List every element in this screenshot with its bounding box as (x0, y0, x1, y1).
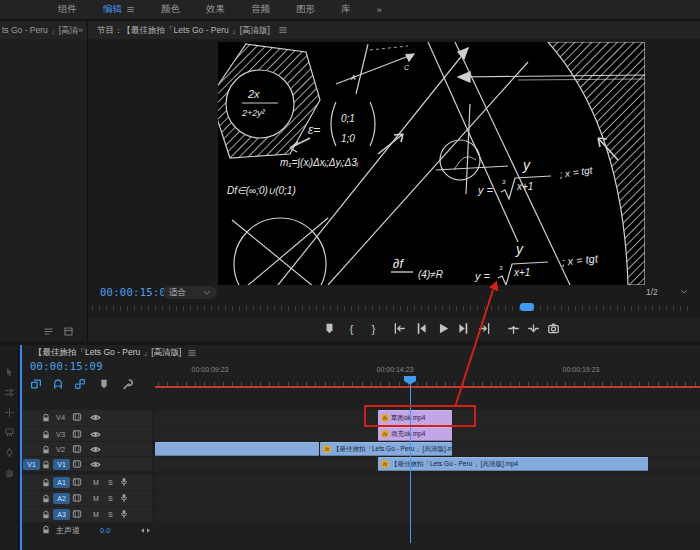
formula-df: Df∈(∞;0)∪(0;1) (227, 185, 296, 196)
timeline-settings-icon[interactable] (122, 378, 134, 390)
menubar-overflow[interactable]: » (377, 4, 382, 15)
scrubber-tick (547, 306, 548, 311)
mark-in-icon[interactable]: { (345, 322, 358, 335)
program-scrubber[interactable] (90, 302, 696, 315)
hand-tool-icon[interactable] (4, 467, 15, 478)
go-to-in-icon[interactable] (393, 322, 406, 335)
razor-tool-icon[interactable] (4, 427, 15, 438)
mic-icon[interactable] (119, 477, 129, 487)
mark-out-icon[interactable]: } (367, 322, 380, 335)
mute-button-A3[interactable]: M (93, 511, 99, 518)
sync-lock-icon[interactable] (72, 459, 82, 469)
menu-item-音频[interactable]: 音频 (251, 3, 270, 16)
clip-填充ok.mp4[interactable]: fx填充ok.mp4 (378, 427, 452, 441)
selection-tool-icon[interactable] (4, 367, 15, 378)
eye-icon[interactable] (90, 429, 101, 440)
solo-button-A1[interactable]: S (108, 479, 113, 486)
sync-lock-icon[interactable] (72, 493, 82, 503)
add-marker-icon[interactable] (323, 322, 336, 335)
step-forward-icon[interactable] (457, 322, 470, 335)
lock-icon[interactable] (41, 510, 51, 520)
play-icon[interactable] (437, 322, 450, 335)
menu-item-效果[interactable]: 效果 (206, 3, 225, 16)
track-target-A1[interactable]: A1 (53, 477, 70, 488)
mute-button-A1[interactable]: M (93, 479, 99, 486)
new-item-icon[interactable] (63, 326, 74, 337)
panel-menu-icon[interactable] (187, 348, 197, 358)
step-back-icon[interactable] (415, 322, 428, 335)
track-label-V4[interactable]: V4 (56, 413, 65, 422)
menu-item-组件[interactable]: 组件 (58, 3, 77, 16)
fit-dropdown[interactable]: 适合 (163, 286, 217, 299)
mute-button-A2[interactable]: M (93, 495, 99, 502)
sync-lock-icon[interactable] (72, 429, 82, 439)
track-select-tool-icon[interactable] (4, 387, 15, 398)
lock-icon[interactable] (41, 445, 51, 455)
svg-text:}: } (372, 322, 376, 335)
ripple-edit-tool-icon[interactable] (4, 407, 15, 418)
clip-unnamed[interactable] (155, 442, 319, 456)
scrubber-tick (428, 306, 429, 311)
track-content-A1[interactable] (155, 475, 700, 490)
snap-icon[interactable] (52, 378, 64, 390)
sync-lock-icon[interactable] (72, 477, 82, 487)
track-label-V3[interactable]: V3 (56, 430, 65, 439)
lock-icon[interactable] (41, 494, 51, 504)
keyframe-nav-icon[interactable] (140, 525, 151, 536)
solo-button-A2[interactable]: S (108, 495, 113, 502)
sync-lock-icon[interactable] (72, 509, 82, 519)
formula-scribble: (4)≠R (418, 269, 443, 280)
linked-selection-icon[interactable] (74, 378, 86, 390)
eye-icon[interactable] (90, 444, 101, 455)
lock-icon[interactable] (41, 430, 51, 440)
panel-overflow[interactable]: » (78, 25, 83, 35)
lock-icon[interactable] (41, 413, 51, 423)
go-to-out-icon[interactable] (478, 322, 491, 335)
lift-icon[interactable] (507, 322, 520, 335)
add-marker-icon[interactable] (98, 378, 110, 390)
track-target-A3[interactable]: A3 (53, 509, 70, 520)
menu-item-图形[interactable]: 图形 (296, 3, 315, 16)
nest-icon[interactable] (30, 378, 42, 390)
program-video-frame[interactable]: 2x 2+2y² A C ε= 0;1 1;0 m₁=∫(xᵢ)Δxᵢ;Δyᵢ;… (218, 42, 645, 285)
eye-icon[interactable] (90, 412, 101, 423)
track-content-A2[interactable] (155, 491, 700, 506)
master-level-value[interactable]: 0.0 (100, 526, 110, 535)
lock-icon[interactable] (41, 460, 51, 470)
clip-【最佳旅拍「Lets Go - Peru 」[高清版].mp4[interactable]: fx【最佳旅拍「Lets Go - Peru 」[高清版].mp4 (378, 457, 648, 471)
track-content-A3[interactable] (155, 507, 700, 522)
menu-item-库[interactable]: 库 (341, 3, 351, 16)
track-label-V2[interactable]: V2 (56, 445, 65, 454)
sync-lock-icon[interactable] (72, 444, 82, 454)
playhead[interactable] (410, 376, 411, 543)
formula-frac-num: 2x (247, 88, 260, 100)
mic-icon[interactable] (119, 493, 129, 503)
panel-menu-icon[interactable] (278, 25, 288, 35)
lock-icon[interactable] (41, 478, 51, 488)
timeline-timecode[interactable]: 00:00:15:09 (30, 360, 103, 372)
sync-lock-icon[interactable] (72, 412, 82, 422)
menu-item-颜色[interactable]: 颜色 (161, 3, 180, 16)
playhead-head[interactable] (404, 376, 417, 385)
clip-【最佳旅拍「Lets Go - Peru 」[高清版].mp4[interactable]: fx【最佳旅拍「Lets Go - Peru 」[高清版].mp4 (320, 442, 452, 456)
track-target-A2[interactable]: A2 (53, 493, 70, 504)
scrubber-playhead[interactable] (520, 303, 534, 311)
solo-button-A3[interactable]: S (108, 511, 113, 518)
track-target-V1[interactable]: V1 (53, 459, 70, 470)
program-monitor-tab[interactable]: 节目：【最佳旅拍「Lets Go - Peru 」[高清版] (88, 22, 700, 39)
eye-icon[interactable] (90, 459, 101, 470)
program-timecode[interactable]: 00:00:15:09 (100, 286, 173, 298)
extract-icon[interactable] (527, 322, 540, 335)
source-patch-V1[interactable]: V1 (23, 459, 40, 470)
menu-item-编辑[interactable]: 编辑 (103, 3, 135, 16)
project-panel-tab[interactable]: ts Go - Peru 」[高清 (0, 22, 87, 39)
resolution-dropdown[interactable]: 1/2 (646, 287, 688, 297)
menu-bar: 组件编辑颜色效果音频图形库 » (0, 0, 700, 20)
workspace-menu-icon[interactable] (126, 5, 135, 14)
pen-tool-icon[interactable] (4, 447, 15, 458)
export-frame-icon[interactable] (547, 322, 560, 335)
automate-to-sequence-icon[interactable] (43, 326, 54, 337)
mic-icon[interactable] (119, 509, 129, 519)
scrubber-tick (568, 306, 569, 311)
lock-icon[interactable] (41, 525, 51, 535)
